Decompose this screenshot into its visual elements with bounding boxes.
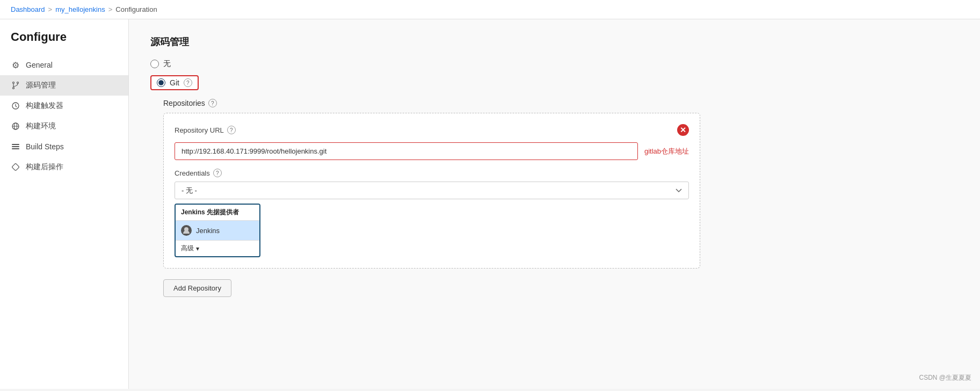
remove-repo-button[interactable]: ✕: [677, 124, 689, 136]
scm-radio-group: 无 Git ?: [150, 59, 959, 90]
advanced-label: 高级: [181, 244, 194, 253]
list-icon: [11, 142, 20, 151]
credentials-label: Credentials ?: [175, 169, 689, 177]
globe-icon: [11, 121, 20, 131]
section-title: 源码管理: [150, 35, 959, 48]
credentials-dropdown-popup: Jenkins 先据提供者 Jenkins 高级 ▾: [175, 204, 260, 257]
dropdown-item-jenkins[interactable]: Jenkins: [176, 221, 259, 240]
svg-point-0: [13, 82, 14, 84]
clock-icon: [11, 101, 20, 111]
fork-icon: [11, 81, 20, 90]
breadcrumb-dashboard[interactable]: Dashboard: [11, 5, 45, 13]
sidebar-item-build-trigger[interactable]: 构建触发器: [0, 96, 128, 116]
sidebar-item-build-env[interactable]: 构建环境: [0, 116, 128, 136]
sidebar-title: Configure: [0, 30, 128, 55]
gitlab-hint: gitlab仓库地址: [644, 147, 689, 156]
radio-git-row: Git ?: [150, 75, 959, 90]
radio-none-row: 无: [150, 59, 959, 69]
svg-point-2: [13, 88, 14, 89]
jenkins-avatar: [181, 225, 192, 236]
repositories-help-icon[interactable]: ?: [208, 99, 217, 107]
breadcrumb-config: Configuration: [115, 5, 157, 13]
watermark: CSDN @生夏夏夏: [919, 373, 971, 382]
chevron-down-icon: ▾: [196, 245, 199, 252]
add-repository-button[interactable]: Add Repository: [163, 279, 231, 297]
sidebar-label-post-build: 构建后操作: [26, 162, 63, 172]
dropdown-item-jenkins-label: Jenkins: [196, 227, 220, 235]
repo-url-input[interactable]: [175, 142, 638, 160]
sidebar-label-general: General: [26, 61, 53, 69]
top-bar: Dashboard > my_hellojenkins > Configurat…: [0, 0, 980, 19]
sidebar-item-build-steps[interactable]: Build Steps: [0, 136, 128, 157]
radio-git-label: Git: [170, 78, 179, 87]
gear-icon: ⚙: [11, 60, 20, 70]
breadcrumb-project[interactable]: my_hellojenkins: [55, 5, 105, 13]
credentials-select[interactable]: - 无 - Jenkins: [175, 182, 689, 199]
advanced-row[interactable]: 高级 ▾: [176, 240, 259, 256]
credentials-help-icon[interactable]: ?: [213, 169, 222, 177]
repositories-label: Repositories ?: [163, 99, 959, 107]
sidebar: Configure ⚙ General 源码管理 构建触发器: [0, 19, 129, 389]
sidebar-label-build-env: 构建环境: [26, 121, 56, 131]
repo-url-label-group: Repository URL ?: [175, 126, 236, 134]
radio-none-label: 无: [163, 59, 171, 69]
repository-card: Repository URL ? ✕ gitlab仓库地址 Credential…: [163, 113, 700, 269]
svg-point-1: [17, 82, 19, 84]
radio-git[interactable]: [157, 78, 165, 87]
repo-header: Repository URL ? ✕: [175, 124, 689, 136]
sidebar-label-build-steps: Build Steps: [26, 142, 64, 151]
repo-url-help-icon[interactable]: ?: [227, 126, 236, 134]
sidebar-item-general[interactable]: ⚙ General: [0, 55, 128, 75]
sidebar-label-build-trigger: 构建触发器: [26, 101, 63, 111]
svg-rect-7: [12, 144, 19, 145]
svg-rect-9: [12, 148, 19, 149]
sidebar-label-source-mgmt: 源码管理: [26, 81, 56, 90]
sidebar-item-post-build[interactable]: 构建后操作: [0, 157, 128, 177]
main-content: 源码管理 无 Git ? Repositories ? Repository U: [129, 19, 980, 389]
git-help-icon[interactable]: ?: [184, 78, 192, 87]
diamond-icon: [11, 162, 20, 172]
radio-none[interactable]: [150, 60, 159, 68]
svg-rect-8: [12, 146, 19, 147]
url-input-row: gitlab仓库地址: [175, 142, 689, 160]
svg-rect-10: [12, 163, 19, 171]
sidebar-item-source-mgmt[interactable]: 源码管理: [0, 75, 128, 96]
git-option-box: Git ?: [150, 75, 199, 90]
dropdown-header: Jenkins 先据提供者: [176, 205, 259, 221]
